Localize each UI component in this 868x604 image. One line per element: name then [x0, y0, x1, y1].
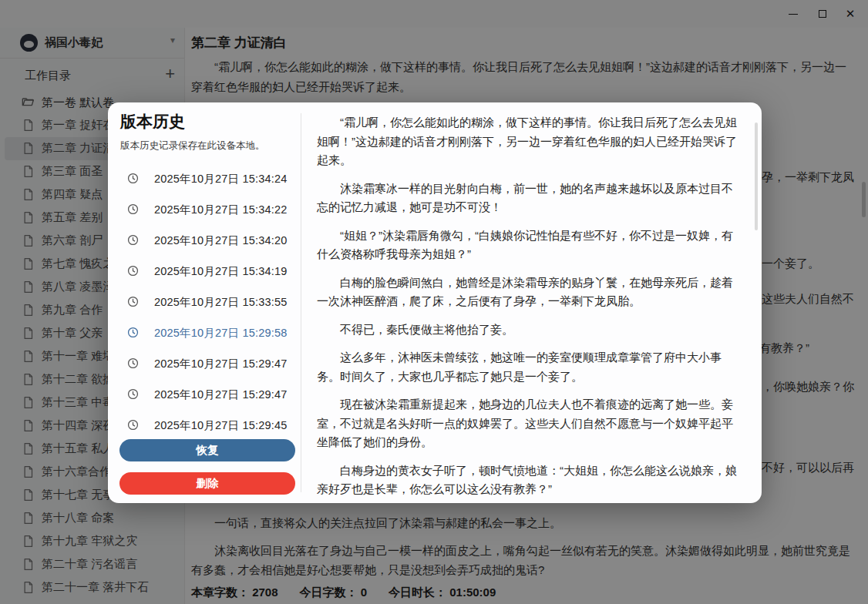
- clock-icon: [127, 296, 139, 307]
- restore-button[interactable]: 恢复: [119, 439, 295, 461]
- preview-paragraph: 白梅的脸色瞬间煞白，她曾经是沐染霜母亲的贴身丫鬟，在她母亲死后，趁着一次沐神医醉…: [317, 273, 742, 311]
- version-item[interactable]: 2025年10月27日 15:34:20: [108, 225, 301, 256]
- version-timestamp: 2025年10月27日 15:29:47: [154, 388, 288, 402]
- clock-icon: [127, 203, 139, 215]
- version-item[interactable]: 2025年10月27日 15:29:45: [108, 410, 301, 441]
- clock-icon: [127, 327, 139, 338]
- version-item[interactable]: 2025年10月27日 15:34:24: [108, 163, 301, 194]
- version-item[interactable]: 2025年10月27日 15:29:58: [108, 317, 301, 348]
- delete-button[interactable]: 删除: [119, 472, 295, 495]
- version-timestamp: 2025年10月27日 15:34:22: [154, 203, 288, 217]
- version-item[interactable]: 2025年10月27日 15:33:55: [108, 287, 301, 317]
- version-timestamp: 2025年10月27日 15:29:58: [154, 326, 288, 341]
- clock-icon: [127, 265, 139, 277]
- preview-paragraph: “霜儿啊，你怎么能如此的糊涂，做下这样的事情。你让我日后死了怎么去见姐姐啊！”这…: [317, 113, 742, 170]
- version-timestamp: 2025年10月27日 15:29:47: [154, 357, 288, 371]
- preview-paragraph: 不得已，秦氏便做主将他抬了妾。: [317, 320, 742, 340]
- version-list: 2025年10月27日 15:34:24 2025年10月27日 15:34:2…: [108, 163, 301, 441]
- version-timestamp: 2025年10月27日 15:29:45: [154, 418, 288, 433]
- dialog-subtitle: 版本历史记录保存在此设备本地。: [120, 139, 265, 153]
- preview-paragraph: 这么多年，沐神医未曾续弦，她这唯一的妾室便顺理成章掌管了府中大小事务。时间久了，…: [317, 348, 742, 386]
- version-item[interactable]: 2025年10月27日 15:29:47: [108, 379, 301, 410]
- version-timestamp: 2025年10月27日 15:34:20: [154, 233, 288, 248]
- clock-icon: [127, 388, 139, 400]
- version-timestamp: 2025年10月27日 15:34:24: [154, 172, 288, 186]
- preview-scrollbar[interactable]: [755, 122, 758, 230]
- preview-paragraph: 现在被沐染霜重新提起来，她身边的几位夫人也不着痕迹的远离了她一些。妾室，不过就是…: [317, 395, 742, 452]
- version-timestamp: 2025年10月27日 15:34:19: [154, 264, 288, 279]
- version-preview-pane: “霜儿啊，你怎么能如此的糊涂，做下这样的事情。你让我日后死了怎么去见姐姐啊！”这…: [301, 102, 762, 503]
- clock-icon: [127, 357, 139, 369]
- version-item[interactable]: 2025年10月27日 15:34:19: [108, 256, 301, 287]
- preview-paragraph: “姐姐？”沐染霜唇角微勾，“白姨娘你记性怕是有些不好，你不过是一奴婢，有什么资格…: [317, 226, 742, 264]
- clock-icon: [127, 234, 139, 246]
- preview-paragraph: 白梅身边的黄衣女子听了，顿时气愤地道：“大姐姐，你怎么能这么说娘亲，娘亲好歹也是…: [317, 461, 742, 499]
- clock-icon: [127, 419, 139, 431]
- version-history-panel: 版本历史 版本历史记录保存在此设备本地。 2025年10月27日 15:34:2…: [108, 102, 301, 503]
- version-history-dialog: 版本历史 版本历史记录保存在此设备本地。 2025年10月27日 15:34:2…: [108, 102, 762, 503]
- clock-icon: [127, 173, 139, 184]
- version-timestamp: 2025年10月27日 15:33:55: [154, 295, 288, 310]
- app-window: ✕ 祸国小毒妃 ▾ 工作目录 + 第一卷 默认卷 第一章: [0, 0, 868, 604]
- dialog-title: 版本历史: [120, 111, 185, 133]
- version-item[interactable]: 2025年10月27日 15:29:47: [108, 348, 301, 379]
- preview-paragraph: 沐染霜寒冰一样的目光射向白梅，前一世，她的名声越来越坏以及原本过目不忘的记忆力减…: [317, 180, 742, 217]
- version-item[interactable]: 2025年10月27日 15:34:22: [108, 194, 301, 225]
